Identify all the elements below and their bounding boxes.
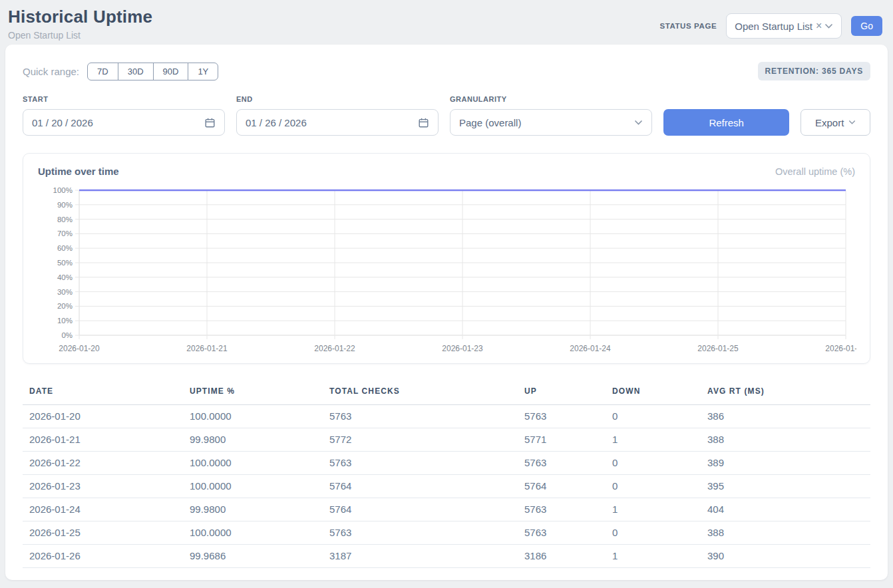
status-page-select[interactable]: Open Startup List ×	[726, 13, 842, 39]
uptime-line-chart-svg: 0%10%20%30%40%50%60%70%80%90%100%2026-01…	[37, 184, 856, 358]
table-cell: 100.0000	[184, 521, 324, 545]
end-date-label: END	[236, 95, 439, 103]
svg-text:100%: 100%	[53, 186, 73, 194]
table-row: 2026-01-23100.0000576457640395	[23, 475, 870, 498]
quick-range-button-1y[interactable]: 1Y	[188, 63, 218, 80]
clear-selection-icon[interactable]: ×	[816, 21, 822, 31]
table-cell: 404	[702, 498, 870, 521]
svg-text:40%: 40%	[57, 273, 73, 281]
table-cell: 1	[607, 498, 702, 521]
table-cell: 5763	[324, 405, 519, 428]
table-cell: 100.0000	[184, 452, 324, 475]
table-cell: 2026-01-26	[23, 545, 184, 568]
granularity-select[interactable]: Page (overall)	[450, 109, 652, 136]
table-header: DATEUPTIME %TOTAL CHECKSUPDOWNAVG RT (MS…	[23, 382, 870, 405]
start-date-value: 01 / 20 / 2026	[32, 117, 93, 128]
table-cell: 2026-01-24	[23, 498, 184, 521]
retention-badge: RETENTION: 365 DAYS	[758, 62, 870, 80]
table-cell: 2026-01-23	[23, 475, 184, 498]
svg-text:70%: 70%	[57, 229, 73, 237]
table-cell: 2026-01-21	[23, 428, 184, 452]
quick-range-row: Quick range: 7D30D90D1Y RETENTION: 365 D…	[23, 62, 870, 80]
table-cell: 5764	[324, 498, 519, 521]
end-date-input[interactable]: 01 / 26 / 2026	[236, 109, 439, 136]
end-date-field: END 01 / 26 / 2026	[236, 95, 439, 136]
start-date-field: START 01 / 20 / 2026	[23, 95, 225, 136]
svg-text:2026-01-20: 2026-01-20	[59, 344, 100, 353]
granularity-label: GRANULARITY	[450, 95, 652, 103]
column-header: AVG RT (MS)	[702, 382, 870, 405]
table-cell: 395	[702, 475, 870, 498]
column-header: DOWN	[607, 382, 702, 405]
calendar-icon[interactable]	[204, 117, 216, 128]
page-title: Historical Uptime	[8, 7, 152, 27]
table-cell: 389	[702, 452, 870, 475]
table-cell: 5763	[324, 452, 519, 475]
table-cell: 5771	[519, 428, 607, 452]
svg-text:10%: 10%	[57, 317, 73, 325]
main-panel: Quick range: 7D30D90D1Y RETENTION: 365 D…	[5, 45, 888, 580]
chart-legend-label: Overall uptime (%)	[775, 166, 855, 177]
title-block: Historical Uptime Open Startup List	[8, 7, 152, 41]
svg-text:0%: 0%	[61, 331, 73, 339]
table-cell: 0	[607, 405, 702, 428]
table-cell: 0	[607, 521, 702, 545]
svg-text:2026-01-22: 2026-01-22	[314, 344, 355, 353]
chevron-down-icon	[848, 120, 856, 125]
status-page-selected-value: Open Startup List	[735, 21, 812, 32]
status-page-controls: STATUS PAGE Open Startup List × Go	[659, 13, 882, 39]
chart-card: Uptime over time Overall uptime (%) 0%10…	[23, 153, 870, 364]
svg-text:60%: 60%	[57, 244, 73, 252]
uptime-table: DATEUPTIME %TOTAL CHECKSUPDOWNAVG RT (MS…	[23, 382, 870, 568]
table-cell: 0	[607, 475, 702, 498]
table-cell: 99.9800	[184, 428, 324, 452]
table-row: 2026-01-2699.9686318731861390	[23, 545, 870, 568]
table-row: 2026-01-2199.9800577257711388	[23, 428, 870, 452]
refresh-button[interactable]: Refresh	[663, 109, 789, 136]
table-cell: 1	[607, 428, 702, 452]
table-cell: 5763	[519, 521, 607, 545]
svg-text:2026-01-23: 2026-01-23	[442, 344, 483, 353]
table-cell: 3186	[519, 545, 607, 568]
quick-range-button-90d[interactable]: 90D	[153, 63, 189, 80]
table-row: 2026-01-2499.9800576457631404	[23, 498, 870, 521]
table-row: 2026-01-25100.0000576357630388	[23, 521, 870, 545]
filter-fields-row: START 01 / 20 / 2026 END 01 / 26 / 2026	[23, 95, 870, 136]
table-cell: 5772	[324, 428, 519, 452]
table-cell: 5763	[519, 498, 607, 521]
svg-text:90%: 90%	[57, 201, 73, 209]
svg-text:80%: 80%	[57, 216, 73, 223]
page-subtitle: Open Startup List	[8, 30, 152, 41]
chevron-down-icon	[824, 23, 833, 29]
table-cell: 99.9800	[184, 498, 324, 521]
chart-header: Uptime over time Overall uptime (%)	[37, 166, 856, 177]
table-cell: 388	[702, 521, 870, 545]
table-cell: 3187	[324, 545, 519, 568]
quick-range-button-7d[interactable]: 7D	[87, 63, 118, 80]
table-cell: 2026-01-22	[23, 452, 184, 475]
svg-text:2026-01-21: 2026-01-21	[186, 344, 228, 353]
calendar-icon[interactable]	[418, 117, 429, 128]
table-cell: 2026-01-25	[23, 521, 184, 545]
table-cell: 5763	[519, 405, 607, 428]
table-cell: 99.9686	[184, 545, 324, 568]
table-cell: 2026-01-20	[23, 405, 184, 428]
svg-text:2026-01-25: 2026-01-25	[697, 344, 739, 353]
svg-text:50%: 50%	[57, 259, 73, 267]
table-cell: 0	[607, 452, 702, 475]
export-button[interactable]: Export	[801, 109, 870, 136]
uptime-chart: 0%10%20%30%40%50%60%70%80%90%100%2026-01…	[37, 184, 856, 358]
granularity-field: GRANULARITY Page (overall)	[450, 95, 652, 136]
column-header: TOTAL CHECKS	[324, 382, 519, 405]
table-cell: 100.0000	[184, 405, 324, 428]
start-date-input[interactable]: 01 / 20 / 2026	[23, 109, 225, 136]
table-cell: 386	[702, 405, 870, 428]
quick-range-button-30d[interactable]: 30D	[118, 63, 154, 80]
quick-range-group: 7D30D90D1Y	[87, 63, 218, 80]
go-button[interactable]: Go	[851, 16, 882, 36]
granularity-selected-value: Page (overall)	[459, 117, 521, 128]
table-cell: 5764	[324, 475, 519, 498]
table-cell: 5763	[324, 521, 519, 545]
column-header: UP	[519, 382, 607, 405]
chart-title: Uptime over time	[38, 166, 119, 177]
